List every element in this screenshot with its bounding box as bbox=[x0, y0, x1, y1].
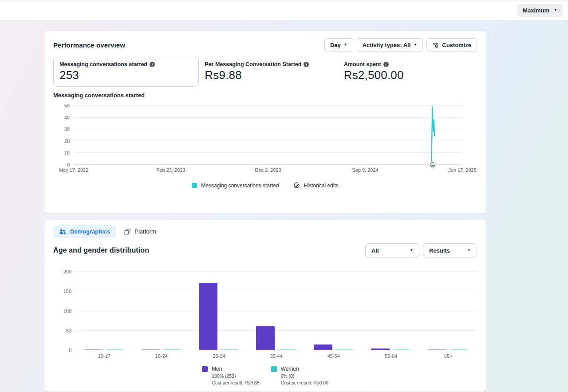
info-icon[interactable]: i bbox=[383, 62, 389, 67]
breakdown-tabs: Demographics Platform bbox=[53, 225, 477, 238]
bar-ytick: 150 bbox=[63, 289, 71, 294]
performance-title: Performance overview bbox=[53, 38, 125, 49]
line-ytick: 30 bbox=[64, 127, 70, 132]
metric-value: Rs2,500.00 bbox=[344, 68, 477, 82]
legend-series-name: Women bbox=[281, 366, 328, 372]
bar-xtick: 18-24 bbox=[133, 353, 190, 359]
bar-xtick: 55-64 bbox=[362, 353, 419, 359]
budget-maximum-label: Maximum bbox=[523, 7, 549, 14]
bar-chart-x-axis: 13-1718-2425-3435-4445-5455-6465+ bbox=[75, 353, 477, 359]
bar-women-35-44 bbox=[277, 349, 296, 350]
customize-icon bbox=[432, 42, 439, 48]
bar-group-18-24 bbox=[133, 272, 190, 350]
bar-group-65+ bbox=[420, 272, 477, 350]
metric-value: 253 bbox=[59, 68, 193, 82]
line-ytick: 50 bbox=[64, 103, 70, 108]
line-ytick: 0 bbox=[67, 162, 70, 167]
bar-xtick: 25-34 bbox=[190, 353, 248, 359]
metric-amount-spent[interactable]: Amount spent i Rs2,500.00 bbox=[344, 57, 477, 87]
info-icon[interactable]: i bbox=[304, 62, 309, 67]
legend-item-men: Men100% (253)Cost per result: Rs9.88 bbox=[202, 366, 259, 385]
bar-men-18-24 bbox=[142, 349, 160, 350]
bar-ytick: 200 bbox=[63, 269, 71, 274]
legend-label-messaging: Messaging conversations started bbox=[201, 182, 279, 189]
bar-group-13-17 bbox=[75, 272, 133, 350]
time-breakdown-label: Day bbox=[330, 42, 341, 48]
bar-women-55-64 bbox=[392, 349, 411, 350]
legend-item-women: Women0% (0)Cost per result: Rs0.00 bbox=[271, 366, 328, 385]
performance-overview-card: Performance overview Day ▼ Activity type… bbox=[44, 31, 486, 214]
chevron-down-icon: ▼ bbox=[554, 8, 557, 12]
legend-text-women: Women0% (0)Cost per result: Rs0.00 bbox=[281, 366, 328, 385]
chevron-down-icon: ▼ bbox=[467, 249, 471, 252]
legend-series-cost: Cost per result: Rs0.00 bbox=[281, 380, 328, 385]
customize-label: Customize bbox=[442, 42, 471, 48]
info-icon[interactable]: i bbox=[150, 62, 155, 67]
line-chart-plot: 01020304050 bbox=[74, 106, 462, 165]
metrics-row: Messaging conversations started i 253 Pe… bbox=[53, 57, 477, 87]
bar-women-25-34 bbox=[220, 349, 239, 350]
metric-messaging-conversations-started[interactable]: Messaging conversations started i 253 bbox=[53, 57, 199, 87]
chevron-down-icon: ▼ bbox=[410, 249, 413, 252]
tab-demographics[interactable]: Demographics bbox=[53, 225, 116, 238]
bar-xtick: 35-44 bbox=[248, 353, 305, 359]
metric-label: Messaging conversations started bbox=[59, 61, 147, 67]
historical-edits-icon bbox=[293, 182, 300, 189]
metric-filter-dropdown[interactable]: Results ▼ bbox=[423, 243, 477, 257]
page-body: Performance overview Day ▼ Activity type… bbox=[0, 20, 568, 392]
bar-women-65+ bbox=[450, 349, 468, 350]
demographics-title: Age and gender distribution bbox=[53, 246, 149, 254]
bar-men-65+ bbox=[428, 349, 447, 350]
metric-filter-value: Results bbox=[429, 247, 450, 254]
budget-maximum-button[interactable]: Maximum ▼ bbox=[517, 4, 563, 17]
metric-value: Rs9.88 bbox=[205, 68, 338, 82]
activity-types-label: Activity types: All bbox=[363, 42, 411, 48]
activity-types-dropdown[interactable]: Activity types: All ▼ bbox=[357, 38, 423, 51]
bar-group-55-64 bbox=[362, 272, 419, 350]
line-xtick: Sep 9, 2024 bbox=[352, 167, 378, 173]
bar-women-18-24 bbox=[163, 349, 181, 350]
bar-xtick: 65+ bbox=[420, 353, 477, 359]
legend-swatch-messaging bbox=[192, 183, 197, 188]
demographics-filters: All ▼ Results ▼ bbox=[365, 243, 477, 257]
line-chart-legend: Messaging conversations started Historic… bbox=[53, 182, 477, 189]
legend-series-cost: Cost per result: Rs9.88 bbox=[212, 380, 259, 385]
chevron-down-icon: ▼ bbox=[344, 43, 347, 47]
line-ytick: 40 bbox=[64, 115, 70, 120]
chevron-down-icon: ▼ bbox=[414, 43, 417, 47]
line-xtick: May 17, 2022 bbox=[59, 167, 89, 173]
customize-button[interactable]: Customize bbox=[426, 38, 477, 51]
legend-label-historical-edits: Historical edits bbox=[304, 182, 339, 189]
platform-icon bbox=[124, 229, 130, 235]
line-ytick: 10 bbox=[64, 150, 70, 155]
bar-men-55-64 bbox=[371, 348, 390, 350]
line-xtick: Dec 2, 2023 bbox=[255, 167, 281, 173]
metric-per-messaging-conversation[interactable]: Per Messaging Conversation Started i Rs9… bbox=[205, 57, 338, 87]
legend-series-name: Men bbox=[212, 366, 259, 372]
topbar: Maximum ▼ bbox=[0, 0, 568, 20]
legend-series-share: 100% (253) bbox=[212, 373, 259, 379]
performance-header-row: Performance overview Day ▼ Activity type… bbox=[53, 38, 477, 51]
line-chart-title: Messaging conversations started bbox=[53, 92, 477, 99]
bar-chart-legend: Men100% (253)Cost per result: Rs9.88Wome… bbox=[53, 366, 477, 385]
legend-swatch-women bbox=[271, 366, 277, 372]
gender-filter-dropdown[interactable]: All ▼ bbox=[365, 243, 419, 257]
tab-platform-label: Platform bbox=[134, 228, 156, 235]
metric-label: Per Messaging Conversation Started bbox=[205, 61, 301, 67]
line-series bbox=[431, 107, 434, 162]
bar-men-45-54 bbox=[314, 344, 332, 350]
bar-women-13-17 bbox=[106, 349, 124, 350]
bar-xtick: 45-54 bbox=[305, 353, 362, 359]
performance-controls: Day ▼ Activity types: All ▼ bbox=[324, 38, 477, 51]
bar-ytick: 50 bbox=[66, 328, 71, 333]
line-ytick: 20 bbox=[64, 139, 70, 144]
legend-swatch-men bbox=[202, 366, 208, 372]
gender-filter-value: All bbox=[371, 247, 379, 254]
legend-series-share: 0% (0) bbox=[281, 373, 328, 379]
bar-ytick: 100 bbox=[63, 309, 71, 314]
people-icon bbox=[59, 229, 66, 235]
time-breakdown-dropdown[interactable]: Day ▼ bbox=[324, 38, 353, 51]
bar-men-25-34 bbox=[199, 283, 217, 350]
tab-platform[interactable]: Platform bbox=[118, 225, 162, 238]
bar-group-25-34 bbox=[190, 272, 248, 350]
